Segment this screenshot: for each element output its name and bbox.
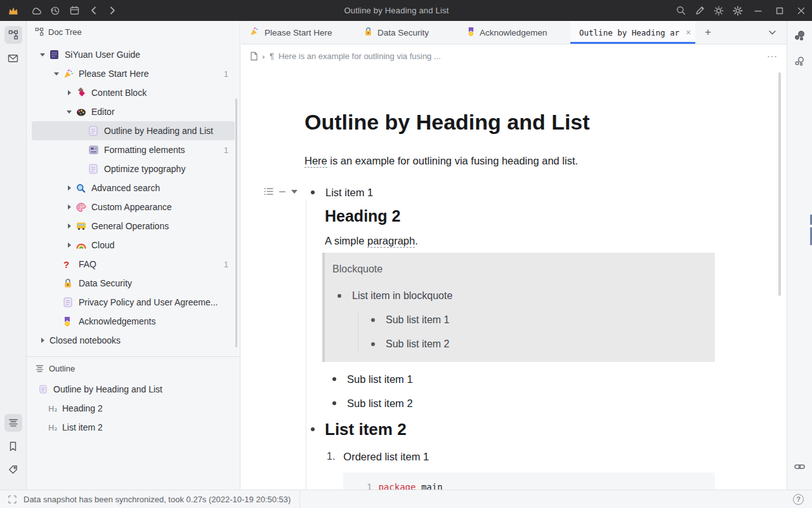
list-item-text[interactable]: Ordered list item 1 <box>343 451 429 463</box>
tree-item-please-start-here[interactable]: Please Start Here 1 <box>27 64 240 83</box>
tree-item-formatting-elements[interactable]: Formatting elements 1 <box>27 140 240 159</box>
tree-item-general-operations[interactable]: General Operations <box>27 217 240 236</box>
list-item-1-row[interactable]: List item 1 <box>304 184 787 201</box>
tab-data-security[interactable]: Data Security <box>355 21 459 44</box>
blockquote[interactable]: Blockquote List item in blockquote Sub l… <box>322 253 715 362</box>
collapse-triangle-icon[interactable] <box>291 190 298 194</box>
tree-item-outline-by-heading-and-list[interactable]: Outline by Heading and List <box>32 121 235 140</box>
list-item-heading-text[interactable]: List item 2 <box>325 420 407 439</box>
window-title: Outline by Heading and List <box>122 6 671 15</box>
chevron-right-icon[interactable] <box>62 224 76 229</box>
block-ref[interactable]: Here <box>304 155 327 168</box>
list-item-text[interactable]: Sub list item 1 <box>347 373 413 385</box>
new-tab-button[interactable]: + <box>695 21 721 44</box>
tree-item-content-block[interactable]: Content Block <box>27 83 240 102</box>
help-icon[interactable]: ? <box>793 494 804 505</box>
tab-list-chevron-icon[interactable] <box>757 21 787 44</box>
dock-graph-button[interactable] <box>791 27 809 45</box>
tree-item-editor[interactable]: Editor <box>27 102 240 121</box>
edit-pencil-icon[interactable] <box>690 0 709 21</box>
list-item-text[interactable]: List item 1 <box>325 187 373 199</box>
search-icon[interactable] <box>671 0 690 21</box>
tab-outline-by-heading-and-list[interactable]: Outline by Heading ar × <box>570 21 695 44</box>
sub-list-item-2-row[interactable]: Sub list item 2 <box>304 395 787 411</box>
simple-paragraph[interactable]: A simple paragraph. <box>325 232 787 249</box>
chevron-down-icon[interactable] <box>36 53 49 57</box>
chevron-right-icon[interactable] <box>62 204 76 210</box>
ordered-list-item-row[interactable]: 1. Ordered list item 1 <box>304 448 787 465</box>
breadcrumb-text[interactable]: Here is an example for outlining via fus… <box>278 51 441 61</box>
tree-item-data-security[interactable]: Data Security <box>27 274 240 293</box>
blockquote-sub-item[interactable]: Sub list item 2 <box>371 337 705 352</box>
outline-item-doc[interactable]: Outline by Heading and List <box>27 380 240 399</box>
outline-item-heading-2[interactable]: H₂ Heading 2 <box>27 399 240 418</box>
block-ref[interactable]: paragraph <box>367 235 415 248</box>
blockquote-text[interactable]: Blockquote <box>332 262 705 277</box>
chevron-down-icon[interactable] <box>49 72 63 76</box>
blockquote-sub-list: Sub list item 1 Sub list item 2 <box>358 312 705 352</box>
sync-cloud-icon[interactable] <box>27 0 46 21</box>
intro-paragraph[interactable]: Here is an example for outlining via fus… <box>304 152 787 169</box>
chevron-right-icon[interactable] <box>62 243 76 248</box>
list-item-text[interactable]: Sub list item 2 <box>347 398 413 410</box>
editor-scrollbar[interactable] <box>778 72 781 296</box>
content-block-icon <box>76 88 91 98</box>
sub-list-item-1-row[interactable]: Sub list item 1 <box>304 371 787 387</box>
chevron-right-icon[interactable] <box>62 185 76 190</box>
doc-tree-title: Doc Tree <box>48 27 82 37</box>
selection-icon <box>8 495 17 504</box>
back-chevron-icon[interactable] <box>84 0 103 21</box>
dock-backlinks-button[interactable] <box>791 458 809 476</box>
more-options-icon[interactable]: ··· <box>767 51 778 61</box>
list-item-text[interactable]: Sub list item 1 <box>386 314 449 326</box>
minimize-button[interactable] <box>747 0 769 21</box>
tree-item-siyuan-user-guide[interactable]: SiYuan User Guide <box>27 45 240 64</box>
dock-outline-button[interactable] <box>4 414 22 432</box>
list-item-2-row[interactable]: List item 2 <box>304 418 787 441</box>
tree-item-closed-notebooks[interactable]: Closed notebooks <box>27 331 240 350</box>
tab-please-start-here[interactable]: Please Start Here <box>241 21 355 44</box>
data-history-icon[interactable] <box>46 0 65 21</box>
forward-chevron-icon[interactable] <box>103 0 122 21</box>
outline-item-list-item-2[interactable]: H₂ List item 2 <box>27 418 240 437</box>
code-block[interactable]: 1package main <box>343 472 715 490</box>
tree-item-custom-appearance[interactable]: Custom Appearance <box>27 197 240 217</box>
tree-item-faq[interactable]: ? FAQ 1 <box>27 255 240 274</box>
tree-item-advanced-search[interactable]: Advanced search <box>27 178 240 197</box>
tree-item-optimize-typography[interactable]: Optimize typography <box>27 159 240 178</box>
dock-global-graph-button[interactable] <box>791 53 809 70</box>
outline-header[interactable]: Outline <box>27 357 240 380</box>
doc-tree-header[interactable]: Doc Tree <box>27 21 240 43</box>
maximize-button[interactable] <box>769 0 790 21</box>
chevron-right-icon[interactable] <box>36 338 49 343</box>
document-icon <box>63 297 79 307</box>
blockquote-sub-item[interactable]: Sub list item 1 <box>371 312 705 328</box>
daily-note-calendar-icon[interactable] <box>65 0 84 21</box>
chevron-right-icon[interactable] <box>62 90 76 95</box>
document-content[interactable]: Outline by Heading and List Here is an e… <box>241 67 787 490</box>
dock-bookmark-button[interactable] <box>4 438 22 455</box>
doc-tree-scrollbar[interactable] <box>235 98 237 347</box>
status-message-box: Data snapshot has been synchronized, too… <box>0 490 300 508</box>
tree-item-acknowledgements[interactable]: Acknowledgements <box>27 312 240 331</box>
dock-inbox-button[interactable] <box>4 50 22 67</box>
tree-item-label: Please Start Here <box>79 69 224 79</box>
heading-2[interactable]: Heading 2 <box>325 204 787 227</box>
settings-gear-icon[interactable] <box>728 0 747 21</box>
tree-item-privacy-policy[interactable]: Privacy Policy and User Agreeme... <box>27 293 240 312</box>
tree-item-label: Acknowledgements <box>79 316 240 326</box>
chevron-down-icon[interactable] <box>62 110 76 114</box>
blockquote-list-item[interactable]: List item in blockquote <box>332 288 705 304</box>
tab-acknowledgements[interactable]: Acknowledgemen <box>459 21 570 44</box>
status-message: Data snapshot has been synchronized, too… <box>23 495 291 504</box>
theme-brightness-icon[interactable] <box>709 0 728 21</box>
tab-close-icon[interactable]: × <box>686 27 691 37</box>
close-button[interactable] <box>790 0 812 21</box>
doc-title[interactable]: Outline by Heading and List <box>304 108 787 136</box>
list-item-text[interactable]: List item in blockquote <box>352 290 452 302</box>
dock-tag-button[interactable] <box>4 461 22 479</box>
dock-doc-tree-button[interactable] <box>4 26 22 44</box>
app-logo-crown-icon[interactable] <box>0 0 27 21</box>
tree-item-cloud[interactable]: Cloud <box>27 236 240 255</box>
list-item-text[interactable]: Sub list item 2 <box>386 338 449 350</box>
